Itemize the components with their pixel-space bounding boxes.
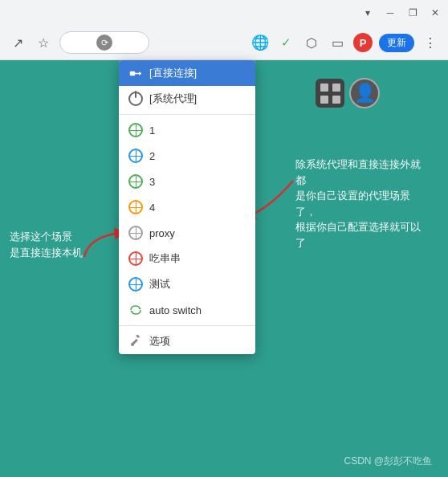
menu-item-test-label: 测试 [149,277,170,292]
menu-item-4[interactable]: 4 [119,194,255,220]
menu-item-direct-label: [直接连接] [149,66,197,80]
menu-item-chichuanchuan-label: 吃串串 [149,251,181,266]
svg-marker-2 [139,71,141,75]
browser-chrome: ▾ ─ ❐ ✕ ↗ ☆ ⟳ 🌐 ✓ ⬡ ▭ P 更新 ⋮ [0,0,448,60]
page-ext-icons: 👤 [316,78,380,108]
menu-item-4-label: 4 [149,202,155,214]
menu-item-chichuanchuan[interactable]: 吃串串 [119,246,255,271]
browser-menu-icon[interactable]: ⋮ [421,33,440,52]
power-icon [128,92,143,106]
menu-item-proxy-label: proxy [149,227,175,239]
menu-item-2[interactable]: 2 [119,143,255,169]
menu-item-proxy[interactable]: proxy [119,220,255,246]
menu-item-2-label: 2 [149,150,155,162]
puzzle-extension-icon[interactable]: ⬡ [302,33,321,52]
globe-1-icon [128,123,143,137]
user-avatar-page: 👤 [349,78,380,108]
omnibox[interactable]: ⟳ [59,31,149,54]
proxy-dropdown-menu: [直接连接] [系统代理] 1 2 [119,60,255,354]
svg-marker-4 [130,311,132,313]
menu-item-1-label: 1 [149,124,155,137]
settings-wrench-icon [128,334,143,349]
minimize-btn[interactable]: ─ [384,6,397,19]
autoswitch-icon [128,303,143,317]
toolbar: ↗ ☆ ⟳ 🌐 ✓ ⬡ ▭ P 更新 ⋮ [0,26,448,59]
globe-test-icon [128,277,143,292]
globe-3-icon [128,174,143,189]
menu-item-options-label: 选项 [149,334,170,349]
menu-item-3-label: 3 [149,176,155,188]
menu-item-system[interactable]: [系统代理] [119,86,255,112]
direct-icon [128,66,143,80]
checkmark-extension-icon[interactable]: ✓ [276,33,295,52]
title-bar: ▾ ─ ❐ ✕ [0,0,448,26]
extension-indicator: ⟳ [96,35,112,51]
grid-ext-icon [316,79,344,108]
annotation-left: 选择这个场景 是直接连接本机 [10,229,90,260]
menu-item-3[interactable]: 3 [119,169,255,194]
menu-item-autoswitch-label: auto switch [149,304,202,316]
menu-item-system-label: [系统代理] [149,92,197,106]
window-icon[interactable]: ▭ [328,33,347,52]
menu-divider-2 [119,325,255,326]
svg-point-6 [131,343,134,346]
menu-item-options[interactable]: 选项 [119,328,255,354]
menu-item-autoswitch[interactable]: auto switch [119,297,255,323]
globe-chichuanchuan-icon [128,251,143,266]
menu-item-direct[interactable]: [直接连接] [119,60,255,86]
svg-rect-0 [130,71,135,75]
page-content: 👤 [直接连接] [系统代理] [0,60,448,477]
menu-item-1[interactable]: 1 [119,117,255,143]
collapse-btn[interactable]: ▾ [361,6,374,19]
profile-avatar[interactable]: P [353,33,373,52]
update-button[interactable]: 更新 [379,34,414,52]
share-icon[interactable]: ↗ [8,33,27,52]
switchyomega-icon[interactable]: 🌐 [250,33,270,52]
globe-2-icon [128,149,143,163]
globe-4-icon [128,200,143,214]
annotation-right: 除系统代理和直接连接外就都 是你自己设置的代理场景了， 根据你自己配置选择就可以… [295,157,424,251]
star-icon[interactable]: ☆ [34,33,53,52]
menu-divider-1 [119,114,255,115]
globe-proxy-icon [128,226,143,240]
menu-item-test[interactable]: 测试 [119,271,255,297]
maximize-btn[interactable]: ❐ [406,6,419,19]
svg-marker-3 [139,307,141,309]
watermark: CSDN @彭彭不吃鱼 [344,455,432,468]
close-btn[interactable]: ✕ [429,6,442,19]
